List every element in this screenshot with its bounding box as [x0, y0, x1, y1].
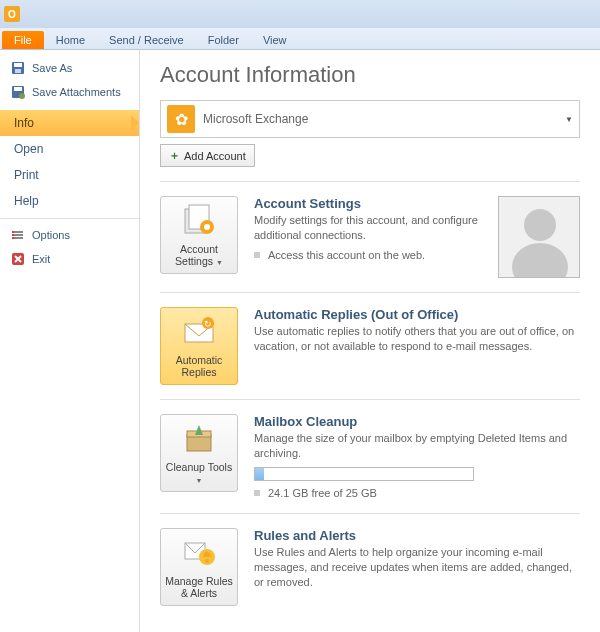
account-settings-button-label: Account Settings	[175, 243, 218, 267]
exit-icon	[10, 251, 26, 267]
storage-text: 24.1 GB free of 25 GB	[268, 487, 377, 499]
sidebar-save-as-label: Save As	[32, 62, 72, 74]
automatic-replies-button[interactable]: ↻ Automatic Replies	[160, 307, 238, 385]
tab-home[interactable]: Home	[44, 31, 97, 49]
rules-alerts-title: Rules and Alerts	[254, 528, 580, 543]
sidebar-info[interactable]: Info	[0, 110, 139, 136]
svg-rect-9	[12, 231, 14, 233]
account-settings-desc: Modify settings for this account, and co…	[254, 213, 482, 243]
manage-rules-alerts-button[interactable]: Manage Rules & Alerts	[160, 528, 238, 606]
bullet-icon	[254, 252, 260, 258]
storage-fill	[255, 468, 264, 480]
add-account-label: Add Account	[184, 150, 246, 162]
svg-rect-8	[13, 237, 23, 239]
separator	[160, 181, 580, 182]
ribbon-tabs: File Home Send / Receive Folder View	[0, 28, 600, 50]
svg-rect-6	[13, 231, 23, 233]
save-icon	[10, 60, 26, 76]
cleanup-tools-button-label: Cleanup Tools	[166, 461, 232, 473]
sidebar-print[interactable]: Print	[0, 162, 139, 188]
mailbox-cleanup-title: Mailbox Cleanup	[254, 414, 580, 429]
separator	[160, 399, 580, 400]
tab-folder[interactable]: Folder	[196, 31, 251, 49]
svg-text:↻: ↻	[204, 319, 212, 329]
svg-point-26	[205, 559, 209, 563]
cleanup-tools-button[interactable]: Cleanup Tools ▼	[160, 414, 238, 492]
plus-icon: ＋	[169, 148, 180, 163]
tab-view[interactable]: View	[251, 31, 299, 49]
automatic-replies-desc: Use automatic replies to notify others t…	[254, 324, 580, 354]
separator	[160, 292, 580, 293]
svg-point-5	[19, 93, 25, 99]
separator	[160, 513, 580, 514]
add-account-button[interactable]: ＋ Add Account	[160, 144, 255, 167]
chevron-down-icon: ▼	[565, 115, 573, 124]
app-icon: O	[4, 6, 20, 22]
rules-alerts-desc: Use Rules and Alerts to help organize yo…	[254, 545, 580, 590]
tab-send-receive[interactable]: Send / Receive	[97, 31, 196, 49]
account-settings-button[interactable]: Account Settings ▼	[160, 196, 238, 274]
automatic-replies-title: Automatic Replies (Out of Office)	[254, 307, 580, 322]
svg-rect-4	[14, 87, 22, 91]
options-icon	[10, 227, 26, 243]
svg-rect-10	[12, 234, 14, 236]
account-settings-title: Account Settings	[254, 196, 482, 211]
backstage-sidebar: Save As Save Attachments Info Open Print…	[0, 50, 140, 632]
svg-point-16	[204, 224, 210, 230]
attachment-icon	[10, 84, 26, 100]
sidebar-help[interactable]: Help	[0, 188, 139, 214]
svg-point-18	[512, 243, 568, 277]
page-title: Account Information	[160, 62, 580, 88]
svg-rect-11	[12, 237, 14, 239]
sidebar-open[interactable]: Open	[0, 136, 139, 162]
titlebar: O	[0, 0, 600, 28]
svg-rect-1	[14, 63, 22, 67]
sidebar-exit-label: Exit	[32, 253, 50, 265]
avatar	[498, 196, 580, 278]
account-name: Microsoft Exchange	[203, 112, 557, 126]
automatic-replies-icon: ↻	[181, 314, 217, 350]
separator	[0, 218, 139, 219]
mailbox-cleanup-desc: Manage the size of your mailbox by empty…	[254, 431, 580, 461]
storage-bar	[254, 467, 474, 481]
sidebar-exit[interactable]: Exit	[0, 247, 139, 271]
main-content: Account Information ✿ Microsoft Exchange…	[140, 50, 600, 632]
chevron-down-icon: ▼	[196, 477, 203, 484]
svg-point-17	[524, 209, 556, 241]
bullet-icon	[254, 490, 260, 496]
sidebar-save-as[interactable]: Save As	[0, 56, 139, 80]
sidebar-options[interactable]: Options	[0, 223, 139, 247]
chevron-down-icon: ▼	[216, 259, 223, 266]
sidebar-save-attachments-label: Save Attachments	[32, 86, 121, 98]
svg-rect-7	[13, 234, 23, 236]
sidebar-save-attachments[interactable]: Save Attachments	[0, 80, 139, 104]
svg-rect-2	[15, 69, 21, 73]
sidebar-options-label: Options	[32, 229, 70, 241]
tab-file[interactable]: File	[2, 31, 44, 49]
exchange-icon: ✿	[167, 105, 195, 133]
account-settings-icon	[181, 203, 217, 239]
account-selector[interactable]: ✿ Microsoft Exchange ▼	[160, 100, 580, 138]
cleanup-tools-icon	[181, 421, 217, 457]
manage-rules-alerts-button-label: Manage Rules & Alerts	[165, 575, 233, 599]
automatic-replies-button-label: Automatic Replies	[165, 354, 233, 378]
rules-alerts-icon	[181, 535, 217, 571]
account-settings-bullet: Access this account on the web.	[268, 249, 425, 261]
